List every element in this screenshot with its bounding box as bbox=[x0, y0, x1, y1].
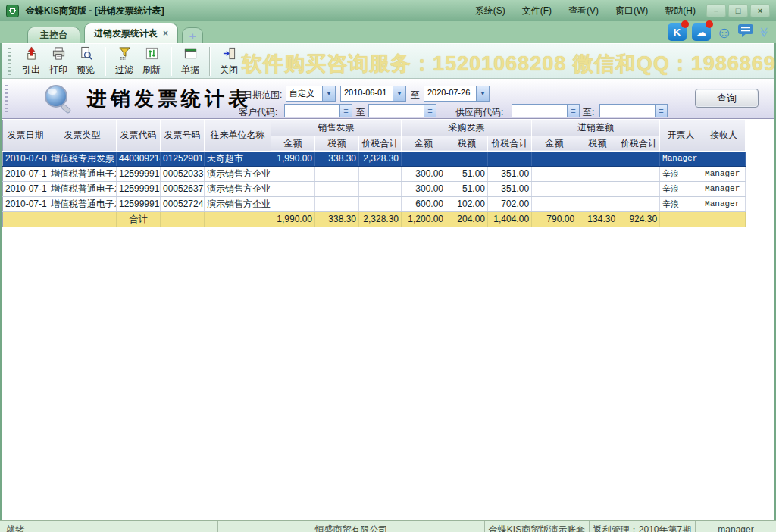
table-cell[interactable] bbox=[315, 166, 359, 181]
table-cell[interactable]: 1259999150 bbox=[117, 181, 161, 196]
table-cell[interactable] bbox=[3, 211, 48, 227]
kingdee-app-icon[interactable]: K bbox=[668, 23, 687, 41]
col-header-partner-name[interactable]: 往来单位名称 bbox=[205, 120, 271, 151]
tab-main-console[interactable]: 主控台 bbox=[27, 27, 80, 43]
table-cell[interactable] bbox=[532, 196, 577, 211]
table-cell[interactable]: 351.00 bbox=[488, 181, 532, 196]
table-cell[interactable] bbox=[359, 196, 402, 211]
table-cell[interactable] bbox=[271, 166, 315, 181]
table-cell[interactable]: 增值税专用发票 bbox=[48, 151, 117, 166]
table-cell[interactable]: 增值税普通电子发 bbox=[48, 196, 117, 211]
menu-view[interactable]: 查看(V) bbox=[568, 5, 599, 17]
table-cell[interactable] bbox=[577, 196, 618, 211]
table-cell[interactable]: 演示销售方企业 bbox=[205, 166, 271, 181]
table-cell[interactable]: 1,990.00 bbox=[271, 211, 315, 227]
table-cell[interactable]: 00052033 bbox=[161, 166, 205, 181]
supplier-to-input[interactable]: ≡ bbox=[599, 104, 668, 117]
table-cell[interactable]: 1,990.00 bbox=[271, 151, 315, 166]
lookup-icon[interactable]: ≡ bbox=[424, 105, 436, 117]
table-cell[interactable] bbox=[532, 181, 577, 196]
table-cell[interactable] bbox=[702, 211, 746, 227]
maximize-button[interactable]: □ bbox=[728, 4, 748, 17]
tab-invoice-report[interactable]: 进销发票统计表 × bbox=[84, 23, 178, 43]
subcol-purchase-total[interactable]: 价税合计 bbox=[488, 136, 532, 151]
refresh-button[interactable]: 刷新 bbox=[138, 46, 165, 77]
table-cell[interactable]: 2010-07-1 bbox=[3, 166, 48, 181]
lookup-icon[interactable]: ≡ bbox=[340, 105, 352, 117]
print-button[interactable]: 打印 bbox=[45, 46, 72, 77]
table-cell[interactable]: 00052637 bbox=[161, 181, 205, 196]
panel-drag-handle[interactable] bbox=[5, 85, 8, 112]
table-cell[interactable]: 2010-07-0 bbox=[3, 151, 48, 166]
table-cell[interactable] bbox=[532, 151, 577, 166]
table-cell[interactable]: 204.00 bbox=[446, 211, 488, 227]
table-cell[interactable] bbox=[402, 151, 446, 166]
table-row[interactable]: 2010-07-1增值税普通电子发125999915000052033演示销售方… bbox=[3, 166, 746, 181]
table-cell[interactable] bbox=[161, 211, 205, 227]
table-cell[interactable]: 演示销售方企业 bbox=[205, 181, 271, 196]
table-cell[interactable] bbox=[532, 166, 577, 181]
lookup-icon[interactable]: ≡ bbox=[567, 105, 579, 117]
table-cell[interactable]: 1,200.00 bbox=[402, 211, 446, 227]
table-row[interactable]: 2010-07-1增值税普通电子发125999915000052637演示销售方… bbox=[3, 181, 746, 196]
chat-icon[interactable] bbox=[737, 23, 754, 41]
smiley-icon[interactable]: ☺ bbox=[716, 24, 732, 40]
dropdown-arrow-icon[interactable]: ▼ bbox=[393, 86, 405, 101]
subcol-diff-amount[interactable]: 金额 bbox=[532, 136, 577, 151]
table-cell[interactable]: 702.00 bbox=[488, 196, 532, 211]
col-header-invoice-code[interactable]: 发票代码 bbox=[117, 120, 161, 151]
date-from-select[interactable]: 2010-06-01 ▼ bbox=[340, 86, 406, 102]
table-cell[interactable]: 1259999150 bbox=[117, 166, 161, 181]
lookup-icon[interactable]: ≡ bbox=[655, 105, 667, 117]
total-row[interactable]: 合计1,990.00338.302,328.301,200.00204.001,… bbox=[3, 211, 746, 227]
customer-from-input[interactable]: ≡ bbox=[284, 104, 352, 117]
table-cell[interactable]: 338.30 bbox=[315, 151, 359, 166]
table-cell[interactable] bbox=[271, 181, 315, 196]
subcol-sales-amount[interactable]: 金额 bbox=[271, 136, 315, 151]
table-cell[interactable] bbox=[446, 151, 488, 166]
table-cell[interactable]: Manager bbox=[702, 196, 746, 211]
table-cell[interactable] bbox=[315, 196, 359, 211]
close-view-button[interactable]: 关闭 bbox=[215, 46, 242, 77]
subcol-purchase-amount[interactable]: 金额 bbox=[402, 136, 446, 151]
table-cell[interactable]: 辛浪 bbox=[660, 166, 702, 181]
cloud-icon[interactable]: ☁ bbox=[692, 23, 711, 41]
group-header-sales[interactable]: 销售发票 bbox=[271, 120, 402, 136]
export-button[interactable]: 引出 bbox=[17, 46, 45, 77]
table-cell[interactable] bbox=[618, 196, 660, 211]
table-cell[interactable]: 51.00 bbox=[446, 181, 488, 196]
col-header-issuer[interactable]: 开票人 bbox=[660, 120, 702, 151]
table-cell[interactable]: 51.00 bbox=[446, 166, 488, 181]
table-cell[interactable]: 01252901 bbox=[161, 151, 205, 166]
table-cell[interactable] bbox=[359, 181, 402, 196]
preview-button[interactable]: 预览 bbox=[72, 46, 99, 77]
group-header-difference[interactable]: 进销差额 bbox=[532, 120, 660, 136]
table-cell[interactable]: 2010-07-1 bbox=[3, 181, 48, 196]
table-cell[interactable]: 300.00 bbox=[402, 166, 446, 181]
table-cell[interactable] bbox=[618, 166, 660, 181]
table-cell[interactable]: 增值税普通电子发 bbox=[48, 166, 117, 181]
table-cell[interactable]: 790.00 bbox=[532, 211, 577, 227]
menu-window[interactable]: 窗口(W) bbox=[615, 5, 648, 17]
table-cell[interactable]: 00052724 bbox=[161, 196, 205, 211]
table-cell[interactable]: Manager bbox=[660, 151, 702, 166]
chevron-down-icon[interactable]: ≫ bbox=[759, 27, 771, 37]
group-header-purchase[interactable]: 采购发票 bbox=[402, 120, 532, 136]
table-cell[interactable]: 600.00 bbox=[402, 196, 446, 211]
dropdown-arrow-icon[interactable]: ▼ bbox=[322, 86, 335, 101]
table-cell[interactable]: 合计 bbox=[117, 211, 161, 227]
table-cell[interactable]: Manager bbox=[702, 166, 746, 181]
subcol-purchase-tax[interactable]: 税额 bbox=[446, 136, 488, 151]
supplier-from-input[interactable]: ≡ bbox=[512, 104, 580, 117]
menu-system[interactable]: 系统(S) bbox=[475, 5, 505, 17]
customer-to-input[interactable]: ≡ bbox=[368, 104, 436, 117]
table-cell[interactable]: Manager bbox=[702, 181, 746, 196]
table-cell[interactable] bbox=[618, 181, 660, 196]
table-cell[interactable]: 辛浪 bbox=[660, 196, 702, 211]
table-cell[interactable]: 4403092140 bbox=[117, 151, 161, 166]
table-cell[interactable]: 1259999150 bbox=[117, 196, 161, 211]
table-cell[interactable] bbox=[48, 211, 117, 227]
col-header-invoice-number[interactable]: 发票号码 bbox=[161, 120, 205, 151]
table-cell[interactable]: 300.00 bbox=[402, 181, 446, 196]
table-cell[interactable] bbox=[205, 211, 271, 227]
